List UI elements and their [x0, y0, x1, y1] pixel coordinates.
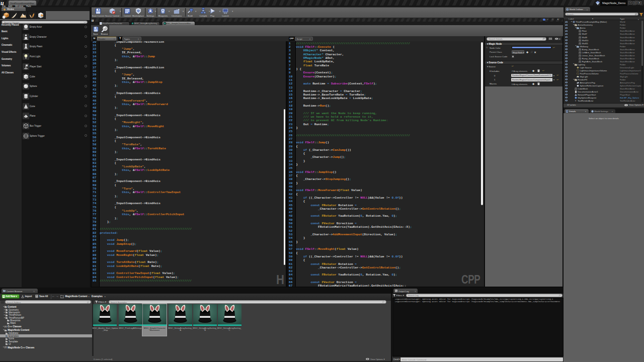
- svg-text:T: T: [575, 100, 576, 102]
